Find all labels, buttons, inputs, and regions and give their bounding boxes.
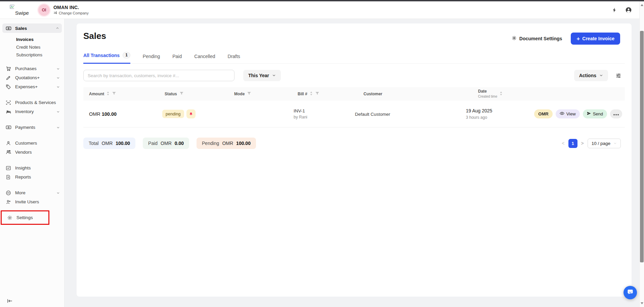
- scroll-up-arrow[interactable]: [641, 4, 643, 6]
- company-switcher[interactable]: OI OMAN INC. Change Company: [38, 4, 89, 16]
- sidebar-item-invoices[interactable]: Invoices: [0, 36, 64, 43]
- filter-funnel-icon[interactable]: [112, 91, 116, 97]
- sidebar-item-products-services[interactable]: Products & Services: [0, 98, 64, 107]
- toolbar: This Year Actions: [83, 70, 625, 81]
- chart-icon: [6, 165, 11, 171]
- sidebar-item-invite-users[interactable]: Invite Users: [0, 197, 64, 206]
- sidebar-item-more[interactable]: More: [0, 188, 64, 197]
- sidebar-item-purchases[interactable]: Purchases: [0, 64, 64, 73]
- card-header: Sales Document Settings + Create Invoice: [83, 23, 625, 45]
- sidebar-item-payments[interactable]: Payments: [0, 123, 64, 132]
- settings-highlight-box: Settings: [1, 210, 49, 225]
- sidebar-item-sales[interactable]: Sales: [2, 23, 62, 33]
- page-number[interactable]: 1: [568, 139, 577, 148]
- actions-button[interactable]: Actions: [574, 70, 608, 81]
- gear-icon: [512, 36, 517, 42]
- sidebar-item-subscriptions[interactable]: Subscriptions: [0, 51, 64, 59]
- scrollbar-thumb[interactable]: [640, 31, 644, 262]
- sidebar: Sales Invoices Credit Notes Subscription…: [0, 19, 65, 307]
- lightning-icon[interactable]: [612, 7, 617, 13]
- scroll-down-arrow[interactable]: [641, 302, 643, 304]
- app-logo[interactable]: Swipe: [4, 3, 33, 17]
- sidebar-item-inventory[interactable]: Inventory: [0, 107, 64, 116]
- send-icon: [587, 111, 591, 116]
- cash-icon: [6, 25, 11, 31]
- filter-funnel-icon[interactable]: [179, 91, 184, 97]
- sidebar-item-expenses[interactable]: Expenses+: [0, 82, 64, 91]
- header-bill: Bill #: [292, 91, 358, 97]
- plus-icon: +: [576, 36, 580, 42]
- view-button[interactable]: View: [556, 109, 580, 118]
- pencil-icon: [6, 75, 11, 81]
- tag-icon: [6, 84, 11, 90]
- tab-drafts[interactable]: Drafts: [228, 54, 240, 63]
- document-settings-button[interactable]: Document Settings: [512, 36, 562, 42]
- app-screen: Swipe OI OMAN INC. Change Company: [0, 0, 644, 307]
- header-status: Status: [159, 91, 228, 97]
- cart-icon: [6, 66, 11, 71]
- cell-customer: Default Customer: [349, 111, 460, 117]
- sidebar-item-reports[interactable]: Reports: [0, 172, 64, 182]
- chevron-down-icon: [599, 73, 603, 78]
- row-more-button[interactable]: [610, 109, 622, 118]
- cell-row-actions: OMR View Send: [528, 109, 625, 118]
- company-avatar[interactable]: OI: [38, 4, 50, 16]
- header-amount: Amount: [83, 91, 159, 97]
- next-page-button[interactable]: >: [581, 141, 584, 146]
- main-area: Sales Document Settings + Create Invoice…: [65, 19, 644, 307]
- sort-icon[interactable]: [310, 91, 313, 97]
- shuffle-icon: [53, 11, 57, 15]
- sidebar-item-credit-notes[interactable]: Credit Notes: [0, 43, 64, 51]
- summary-row: Total OMR 100.00 Paid OMR 0.00 Pending O…: [83, 138, 625, 149]
- tab-pending[interactable]: Pending: [143, 54, 160, 63]
- status-badge: pending: [162, 110, 184, 118]
- tab-paid[interactable]: Paid: [172, 54, 182, 63]
- chat-launcher-button[interactable]: [624, 286, 637, 299]
- create-invoice-button[interactable]: + Create Invoice: [571, 33, 620, 45]
- ellipsis-icon: [613, 111, 619, 116]
- prev-page-button[interactable]: <: [562, 141, 564, 146]
- shelf-icon: [6, 109, 11, 114]
- chevron-down-icon: [56, 191, 60, 195]
- user-icon: [6, 141, 11, 146]
- total-summary-chip: Total OMR 100.00: [83, 138, 135, 149]
- cell-bill: INV-1 by Rani: [286, 108, 349, 119]
- window-top-strip: [0, 0, 644, 1]
- tab-cancelled[interactable]: Cancelled: [194, 54, 215, 63]
- table-row[interactable]: OMR 100.00 pending INV-1: [83, 101, 625, 127]
- reminder-bell-icon[interactable]: [186, 109, 196, 118]
- column-settings-icon[interactable]: [615, 73, 621, 79]
- sidebar-item-customers[interactable]: Customers: [0, 139, 64, 148]
- cell-date: 19 Aug 2025 3 hours ago: [460, 108, 529, 120]
- company-name: OMAN INC.: [53, 5, 89, 10]
- more-circle-icon: [6, 190, 11, 196]
- page-size-select[interactable]: 10 / page: [588, 139, 621, 148]
- change-company-button[interactable]: Change Company: [53, 11, 89, 15]
- sidebar-item-settings[interactable]: Settings: [2, 213, 48, 222]
- sort-icon[interactable]: [500, 91, 503, 97]
- cell-amount: OMR 100.00: [83, 111, 157, 117]
- barcode-icon: [6, 100, 11, 105]
- tab-all-transactions[interactable]: All Transactions 1: [83, 52, 130, 64]
- date-filter-button[interactable]: This Year: [243, 70, 281, 81]
- sales-card: Sales Document Settings + Create Invoice…: [77, 23, 632, 297]
- sidebar-label: Sales: [15, 26, 56, 31]
- search-input[interactable]: [83, 70, 234, 81]
- transaction-tabs: All Transactions 1 Pending Paid Cancelle…: [83, 52, 625, 64]
- sidebar-item-vendors[interactable]: Vendors: [0, 148, 64, 157]
- chevron-down-icon: [613, 141, 617, 146]
- header-mode: Mode: [228, 91, 292, 97]
- sort-icon[interactable]: [106, 91, 110, 97]
- collapse-sidebar-icon[interactable]: [7, 299, 13, 303]
- chevron-down-icon: [56, 85, 60, 89]
- table-header-row: Amount Status Mode Bill #: [83, 87, 625, 101]
- cell-status: pending: [157, 109, 224, 118]
- header-date: Date Created time: [472, 89, 543, 99]
- account-icon[interactable]: [625, 7, 632, 13]
- sidebar-item-insights[interactable]: Insights: [0, 163, 64, 172]
- filter-funnel-icon[interactable]: [315, 91, 319, 97]
- filter-funnel-icon[interactable]: [247, 91, 251, 97]
- send-button[interactable]: Send: [583, 109, 607, 118]
- paid-summary-chip: Paid OMR 0.00: [143, 138, 189, 149]
- sidebar-item-quotations[interactable]: Quotations+: [0, 73, 64, 82]
